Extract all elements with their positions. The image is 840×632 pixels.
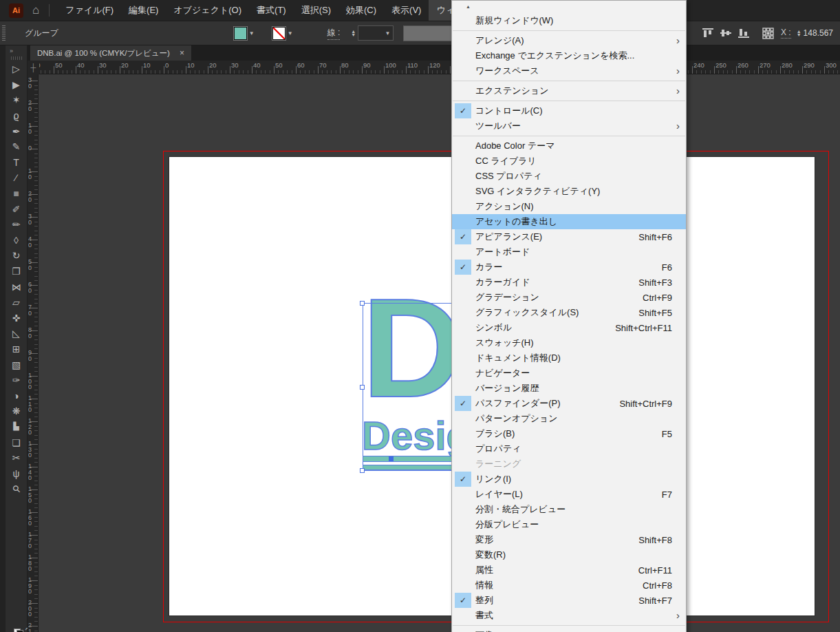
window-menu-item-7[interactable]: Adobe Color テーマ xyxy=(452,138,686,154)
menubar-item-6[interactable]: 表示(V) xyxy=(384,0,429,21)
illustrator-logo-icon[interactable]: Ai xyxy=(9,3,23,18)
window-menu-item-25[interactable]: パターンオプション xyxy=(452,411,686,426)
menubar-item-4[interactable]: 選択(S) xyxy=(294,0,338,21)
window-menu-item-21[interactable]: ドキュメント情報(D) xyxy=(452,350,686,366)
window-menu-item-10[interactable]: SVG インタラクティビティ(Y) xyxy=(452,184,686,199)
x-position-label[interactable]: X : xyxy=(781,28,791,39)
width-tool-icon[interactable]: ⋈ xyxy=(8,279,25,295)
window-menu-item-31[interactable]: 分割・統合プレビュー xyxy=(452,502,686,517)
window-menu-item-13[interactable]: ✓アピアランス(E)Shift+F6 xyxy=(452,229,686,244)
window-menu-item-22[interactable]: ナビゲーター xyxy=(452,366,686,381)
ruler-origin-icon[interactable]: ┼ xyxy=(28,61,39,74)
home-icon[interactable]: ⌂ xyxy=(32,3,39,17)
menubar-item-5[interactable]: 効果(C) xyxy=(338,0,384,21)
window-menu-item-33[interactable]: 変形Shift+F8 xyxy=(452,532,686,547)
perspective-grid-tool-icon[interactable]: ◺ xyxy=(8,326,25,341)
window-menu-item-11[interactable]: アクション(N) xyxy=(452,199,686,214)
panel-grip[interactable] xyxy=(2,25,6,41)
rectangle-tool-icon[interactable]: ■ xyxy=(8,186,25,202)
window-menu-item-19[interactable]: シンボルShift+Ctrl+F11 xyxy=(452,320,686,335)
window-menu-item-36[interactable]: 情報Ctrl+F8 xyxy=(452,578,686,593)
window-menu-item-18[interactable]: グラフィックスタイル(S)Shift+F5 xyxy=(452,305,686,320)
window-menu-item-12[interactable]: アセットの書き出し xyxy=(452,214,686,229)
window-menu-item-8[interactable]: CC ライブラリ xyxy=(452,154,686,169)
reference-point-grid-icon[interactable] xyxy=(762,28,774,39)
paintbrush-tool-icon[interactable]: ✐ xyxy=(8,201,25,217)
toolbar-grip[interactable] xyxy=(11,56,22,60)
column-graph-tool-icon[interactable]: ▙ xyxy=(8,419,25,435)
selection-handle[interactable] xyxy=(360,301,365,306)
selection-handle[interactable] xyxy=(360,468,365,473)
stroke-weight-stepper[interactable]: ▲ ▼ xyxy=(351,30,356,36)
window-menu-item-17[interactable]: グラデーションCtrl+F9 xyxy=(452,290,686,305)
puppet-warp-tool-icon[interactable]: ✜ xyxy=(8,310,25,326)
rotate-tool-icon[interactable]: ↻ xyxy=(8,248,25,264)
selection-handle[interactable] xyxy=(360,385,365,390)
window-menu-item-16[interactable]: カラーガイドShift+F3 xyxy=(452,275,686,290)
type-tool-icon[interactable]: T xyxy=(8,155,25,171)
gradient-tool-icon[interactable]: ▧ xyxy=(8,357,25,372)
slice-tool-icon[interactable]: ✂ xyxy=(8,450,25,466)
x-position-value[interactable]: 148.567 xyxy=(804,28,833,38)
window-menu-item-14[interactable]: アートボード xyxy=(452,244,686,260)
window-menu-item-30[interactable]: レイヤー(L)F7 xyxy=(452,487,686,502)
close-tab-icon[interactable]: × xyxy=(180,48,184,58)
lasso-tool-icon[interactable]: ϱ xyxy=(8,108,25,124)
anchor-point[interactable] xyxy=(389,456,394,461)
direct-selection-tool-icon[interactable]: ▶ xyxy=(8,77,25,93)
window-menu-item-26[interactable]: ブラシ(B)F5 xyxy=(452,426,686,441)
canvas[interactable]: D Design xyxy=(39,74,840,632)
window-menu-item-32[interactable]: 分版プレビュー xyxy=(452,517,686,532)
artboard-tool-icon[interactable]: ❏ xyxy=(8,434,25,450)
horizontal-ruler[interactable]: 6050403020100102030405060708090100110120… xyxy=(28,61,840,74)
window-menu-item-5[interactable]: ✓コントロール(C) xyxy=(452,103,686,118)
eraser-tool-icon[interactable]: ◊ xyxy=(8,233,25,249)
chevron-down-icon[interactable]: ▼ xyxy=(288,30,293,36)
window-menu-item-4[interactable]: エクステンション› xyxy=(452,83,686,98)
align-vertical-center-icon[interactable] xyxy=(720,28,731,38)
magic-wand-tool-icon[interactable]: ✶ xyxy=(8,92,25,108)
stepper-down-icon[interactable]: ▼ xyxy=(351,33,356,36)
window-menu-item-20[interactable]: スウォッチ(H) xyxy=(452,335,686,350)
window-menu-item-35[interactable]: 属性Ctrl+F11 xyxy=(452,562,686,578)
eyedropper-tool-icon[interactable]: ✑ xyxy=(8,372,25,388)
window-menu-item-23[interactable]: バージョン履歴 xyxy=(452,381,686,396)
toolbar-collapse-icon[interactable]: » xyxy=(6,45,27,54)
align-bottom-icon[interactable] xyxy=(738,28,749,38)
stroke-color-swatch[interactable] xyxy=(272,27,286,40)
chevron-down-icon[interactable]: ▼ xyxy=(385,30,390,36)
stroke-weight-label[interactable]: 線 : xyxy=(327,27,341,40)
curvature-tool-icon[interactable]: ✎ xyxy=(8,139,25,155)
stepper-down-icon[interactable]: ▼ xyxy=(797,33,801,36)
default-fill-stroke-icon[interactable] xyxy=(14,629,23,632)
window-menu-item-37[interactable]: ✓整列Shift+F7 xyxy=(452,593,686,608)
menu-scroll-up[interactable]: ▲ xyxy=(452,1,686,13)
window-menu-item-38[interactable]: 書式› xyxy=(452,608,686,623)
menubar-item-2[interactable]: オブジェクト(O) xyxy=(166,0,249,21)
window-menu-item-27[interactable]: プロパティ xyxy=(452,441,686,456)
window-menu-item-6[interactable]: ツールバー› xyxy=(452,118,686,134)
symbol-sprayer-tool-icon[interactable]: ❋ xyxy=(8,403,25,419)
shaper-tool-icon[interactable]: ✏ xyxy=(8,217,25,233)
window-menu-item-24[interactable]: ✓パスファインダー(P)Shift+Ctrl+F9 xyxy=(452,396,686,411)
window-menu-item-34[interactable]: 変数(R) xyxy=(452,547,686,562)
window-menu-item-15[interactable]: ✓カラーF6 xyxy=(452,260,686,275)
scale-tool-icon[interactable]: ❐ xyxy=(8,264,25,280)
window-menu-item-1[interactable]: アレンジ(A)› xyxy=(452,33,686,48)
line-segment-tool-icon[interactable]: ∕ xyxy=(8,170,25,186)
menubar-item-1[interactable]: 編集(E) xyxy=(121,0,166,21)
window-menu-item-29[interactable]: ✓リンク(I) xyxy=(452,472,686,487)
document-tab[interactable]: DNB.ai @ 100 % (CMYK/プレビュー) × xyxy=(30,45,191,61)
menubar-item-3[interactable]: 書式(T) xyxy=(249,0,294,21)
chevron-down-icon[interactable]: ▼ xyxy=(249,30,255,36)
window-menu-item-28[interactable]: ラーニング xyxy=(452,456,686,472)
stroke-weight-field[interactable]: ▼ xyxy=(358,25,394,41)
align-top-icon[interactable] xyxy=(702,28,713,38)
blend-tool-icon[interactable]: ◑ xyxy=(8,388,25,403)
pen-tool-icon[interactable]: ✒ xyxy=(8,123,25,139)
fill-color-swatch[interactable] xyxy=(234,27,247,40)
menubar-item-0[interactable]: ファイル(F) xyxy=(58,0,121,21)
window-menu-item-9[interactable]: CSS プロパティ xyxy=(452,169,686,184)
selection-tool-icon[interactable]: ▷ xyxy=(8,61,25,77)
window-menu-item-0[interactable]: 新規ウィンドウ(W) xyxy=(452,13,686,28)
